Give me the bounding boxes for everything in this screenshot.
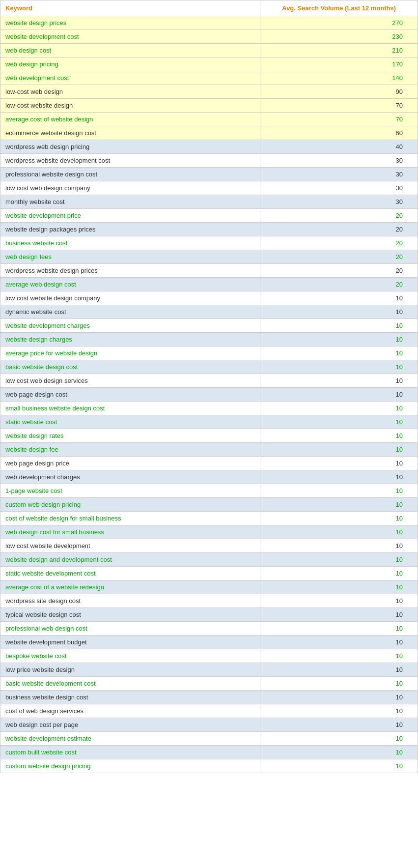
keyword-cell: monthly website cost: [0, 195, 260, 209]
volume-cell: 170: [260, 58, 418, 71]
keyword-cell: typical website design cost: [0, 608, 260, 622]
volume-cell: 10: [260, 457, 418, 470]
table-row: cost of web design services10: [0, 704, 418, 718]
volume-cell: 10: [260, 759, 418, 773]
table-row: website design packages prices20: [0, 223, 418, 236]
volume-cell: 10: [260, 704, 418, 718]
keyword-cell: website development cost: [0, 30, 260, 44]
table-row: monthly website cost30: [0, 195, 418, 209]
volume-cell: 270: [260, 16, 418, 30]
volume-cell: 70: [260, 113, 418, 126]
keyword-cell: web page design price: [0, 457, 260, 470]
table-row: low cost website development10: [0, 539, 418, 553]
keyword-cell: wordpress web design pricing: [0, 140, 260, 154]
volume-cell: 10: [260, 291, 418, 305]
volume-cell: 10: [260, 443, 418, 457]
table-row: web design cost210: [0, 44, 418, 58]
volume-cell: 30: [260, 181, 418, 195]
table-row: average price for website design10: [0, 347, 418, 360]
keyword-cell: average price for website design: [0, 347, 260, 360]
keyword-cell: professional website design cost: [0, 168, 260, 181]
table-row: average cost of a website redesign10: [0, 580, 418, 594]
keyword-cell: basic website design cost: [0, 360, 260, 374]
volume-cell: 40: [260, 140, 418, 154]
keyword-cell: custom web design pricing: [0, 498, 260, 512]
keyword-cell: website design fee: [0, 443, 260, 457]
table-row: website design rates10: [0, 429, 418, 443]
table-row: wordpress website development cost30: [0, 154, 418, 168]
table-row: website design charges10: [0, 333, 418, 347]
keyword-cell: website design prices: [0, 16, 260, 30]
table-row: website development cost230: [0, 30, 418, 44]
keyword-cell: average web design cost: [0, 278, 260, 291]
volume-cell: 20: [260, 278, 418, 291]
keyword-cell: wordpress website development cost: [0, 154, 260, 168]
volume-cell: 10: [260, 374, 418, 388]
keyword-cell: dynamic website cost: [0, 305, 260, 319]
table-row: website design prices270: [0, 16, 418, 30]
table-row: professional website design cost30: [0, 168, 418, 181]
volume-cell: 20: [260, 209, 418, 223]
keyword-cell: business website cost: [0, 236, 260, 250]
volume-cell: 30: [260, 154, 418, 168]
table-row: web page design price10: [0, 457, 418, 470]
table-row: professional web design cost10: [0, 622, 418, 636]
volume-cell: 10: [260, 360, 418, 374]
table-header-row: Keyword Avg. Search Volume (Last 12 mont…: [0, 0, 418, 16]
table-row: static website cost10: [0, 415, 418, 429]
table-row: basic website development cost10: [0, 677, 418, 691]
keyword-cell: low-cost website design: [0, 99, 260, 113]
keyword-cell: web design pricing: [0, 58, 260, 71]
keyword-cell: average cost of website design: [0, 113, 260, 126]
volume-cell: 10: [260, 718, 418, 732]
volume-cell: 10: [260, 649, 418, 663]
keyword-cell: web design fees: [0, 250, 260, 264]
volume-cell: 10: [260, 388, 418, 402]
volume-cell: 10: [260, 402, 418, 415]
table-row: custom web design pricing10: [0, 498, 418, 512]
keyword-cell: website development price: [0, 209, 260, 223]
volume-header: Avg. Search Volume (Last 12 months): [260, 0, 418, 16]
volume-cell: 140: [260, 71, 418, 85]
table-row: wordpress web design pricing40: [0, 140, 418, 154]
table-row: 1-page website cost10: [0, 484, 418, 498]
table-row: web development charges10: [0, 470, 418, 484]
table-row: low cost website design company10: [0, 291, 418, 305]
keyword-cell: cost of web design services: [0, 704, 260, 718]
table-row: business website design cost10: [0, 691, 418, 704]
keyword-cell: website design rates: [0, 429, 260, 443]
keyword-cell: wordpress website design prices: [0, 264, 260, 278]
volume-cell: 10: [260, 553, 418, 567]
volume-cell: 10: [260, 663, 418, 677]
keyword-cell: ecommerce website design cost: [0, 126, 260, 140]
table-row: low-cost website design70: [0, 99, 418, 113]
volume-cell: 10: [260, 525, 418, 539]
keyword-cell: low cost web design company: [0, 181, 260, 195]
volume-cell: 10: [260, 512, 418, 525]
volume-cell: 10: [260, 319, 418, 333]
keyword-cell: low cost web design services: [0, 374, 260, 388]
table-row: website design fee10: [0, 443, 418, 457]
table-row: website development charges10: [0, 319, 418, 333]
volume-cell: 20: [260, 223, 418, 236]
table-row: website development price20: [0, 209, 418, 223]
volume-cell: 10: [260, 333, 418, 347]
keyword-cell: custom website design pricing: [0, 759, 260, 773]
table-row: wordpress website design prices20: [0, 264, 418, 278]
volume-cell: 10: [260, 636, 418, 649]
table-row: web design cost for small business10: [0, 525, 418, 539]
volume-cell: 210: [260, 44, 418, 58]
keyword-cell: wordpress site design cost: [0, 594, 260, 608]
volume-cell: 10: [260, 567, 418, 580]
keyword-cell: web design cost for small business: [0, 525, 260, 539]
volume-cell: 10: [260, 470, 418, 484]
table-row: ecommerce website design cost60: [0, 126, 418, 140]
table-row: website design and development cost10: [0, 553, 418, 567]
volume-cell: 10: [260, 498, 418, 512]
volume-cell: 10: [260, 677, 418, 691]
keyword-cell: bespoke website cost: [0, 649, 260, 663]
keyword-cell: web development charges: [0, 470, 260, 484]
table-row: small business website design cost10: [0, 402, 418, 415]
volume-cell: 230: [260, 30, 418, 44]
keyword-cell: website development estimate: [0, 732, 260, 746]
